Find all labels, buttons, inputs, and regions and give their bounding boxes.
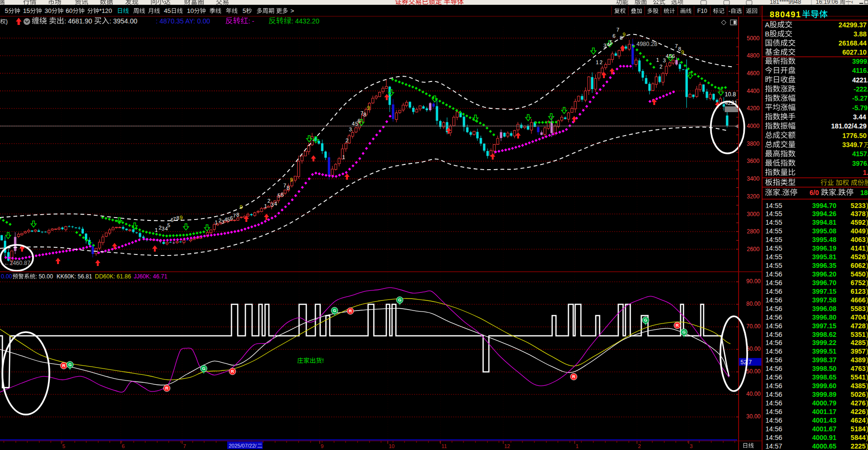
svg-text:): ) xyxy=(6,18,8,25)
svg-text:6123: 6123 xyxy=(851,288,866,295)
svg-text:): ) xyxy=(866,416,868,424)
svg-text:*120: *120 xyxy=(99,7,112,14)
svg-text:G: G xyxy=(68,362,71,367)
svg-text:2: 2 xyxy=(600,59,602,65)
svg-text:3200: 3200 xyxy=(747,193,760,200)
svg-text:4001.43: 4001.43 xyxy=(812,416,836,424)
svg-text:1.: 1. xyxy=(863,169,868,176)
svg-text:5844: 5844 xyxy=(851,434,866,441)
svg-text:3.44: 3.44 xyxy=(853,113,866,121)
svg-text:4141: 4141 xyxy=(851,244,866,252)
svg-text:14:56: 14:56 xyxy=(765,331,782,338)
svg-text:24299.37: 24299.37 xyxy=(839,21,867,29)
svg-text:): ) xyxy=(866,391,868,398)
svg-text:3800: 3800 xyxy=(747,140,760,147)
svg-text:30: 30 xyxy=(45,7,51,14)
svg-text:5541: 5541 xyxy=(851,373,866,381)
svg-text:14:56: 14:56 xyxy=(765,382,782,390)
svg-text:1: 1 xyxy=(342,154,345,160)
svg-text:8: 8 xyxy=(363,112,366,117)
svg-text:: 3954.00: : 3954.00 xyxy=(109,17,138,25)
svg-text:14:56: 14:56 xyxy=(765,305,782,312)
svg-text:7: 7 xyxy=(616,27,619,33)
svg-text:7: 7 xyxy=(283,183,286,188)
svg-text:-: - xyxy=(729,8,730,14)
svg-text:3998.62: 3998.62 xyxy=(812,331,836,338)
svg-text:4400: 4400 xyxy=(747,88,760,94)
svg-text:2800: 2800 xyxy=(747,228,760,235)
svg-text:14:55: 14:55 xyxy=(765,244,782,252)
svg-text:6: 6 xyxy=(613,33,615,39)
svg-text:14:55: 14:55 xyxy=(765,202,782,209)
svg-text:R: R xyxy=(349,309,352,313)
svg-text:1: 1 xyxy=(656,57,659,63)
svg-text:3996.08: 3996.08 xyxy=(812,305,836,312)
svg-text:.: . xyxy=(836,189,838,196)
svg-text:30.00: 30.00 xyxy=(746,413,761,420)
svg-text:6752: 6752 xyxy=(851,279,866,287)
svg-text:4226: 4226 xyxy=(851,408,866,415)
svg-text:4221.: 4221. xyxy=(852,76,868,84)
svg-text:): ) xyxy=(866,288,868,295)
svg-text:3000: 3000 xyxy=(747,211,760,218)
svg-text:): ) xyxy=(866,236,868,243)
svg-text:14:56: 14:56 xyxy=(765,408,782,415)
svg-text:): ) xyxy=(866,244,868,252)
svg-text:): ) xyxy=(866,296,868,304)
svg-text:2: 2 xyxy=(346,138,348,143)
svg-text:14:55: 14:55 xyxy=(765,262,782,269)
svg-text:R: R xyxy=(231,369,234,374)
svg-text:3998.50: 3998.50 xyxy=(812,365,836,372)
svg-text:14:56: 14:56 xyxy=(765,399,782,407)
svg-text:60.00: 60.00 xyxy=(746,346,761,352)
svg-text:14:56: 14:56 xyxy=(765,365,782,372)
svg-text:4389: 4389 xyxy=(851,356,866,364)
svg-text:4001.17: 4001.17 xyxy=(812,408,836,415)
svg-text:4276: 4276 xyxy=(851,399,866,407)
svg-text:6: 6 xyxy=(281,192,284,197)
svg-text:JJ60K: 46.71: JJ60K: 46.71 xyxy=(134,273,167,280)
svg-text:9: 9 xyxy=(240,204,243,210)
svg-text:): ) xyxy=(866,425,868,433)
svg-text:DD60K: 61.86: DD60K: 61.86 xyxy=(95,273,131,280)
svg-text:: 4432.20: : 4432.20 xyxy=(291,17,320,25)
svg-text:14:56: 14:56 xyxy=(765,296,782,304)
svg-text:3995.08: 3995.08 xyxy=(812,227,836,235)
svg-text:9: 9 xyxy=(180,215,183,220)
svg-text:): ) xyxy=(866,262,868,269)
svg-text:): ) xyxy=(866,365,868,372)
svg-text:50.00: 50.00 xyxy=(746,368,761,375)
svg-text:): ) xyxy=(866,442,868,450)
svg-text:5: 5 xyxy=(62,443,65,449)
svg-text:14:56: 14:56 xyxy=(765,322,782,330)
svg-text:B: B xyxy=(765,30,769,38)
svg-text:3998.65: 3998.65 xyxy=(812,373,836,381)
svg-text:): ) xyxy=(866,253,868,261)
svg-text:): ) xyxy=(866,270,868,278)
svg-text:): ) xyxy=(866,279,868,287)
svg-text:3996.70: 3996.70 xyxy=(812,279,836,287)
svg-text:3: 3 xyxy=(349,127,352,132)
svg-text:181.02/4.29: 181.02/4.29 xyxy=(831,122,867,130)
svg-text:2600: 2600 xyxy=(747,246,760,253)
svg-text:3996.35: 3996.35 xyxy=(812,262,836,269)
svg-text:): ) xyxy=(866,399,868,407)
svg-text:70.00: 70.00 xyxy=(746,323,761,330)
svg-text:): ) xyxy=(866,331,868,338)
svg-text:-5.79: -5.79 xyxy=(852,104,868,112)
svg-text:4000.91: 4000.91 xyxy=(812,434,836,441)
svg-text:9: 9 xyxy=(623,32,625,37)
svg-text:90.00: 90.00 xyxy=(746,278,761,285)
svg-text:2: 2 xyxy=(638,443,641,449)
svg-text:14:55: 14:55 xyxy=(765,253,782,261)
svg-text:4600: 4600 xyxy=(747,70,760,77)
svg-text:4157.: 4157. xyxy=(852,150,868,158)
svg-text:4000.65: 4000.65 xyxy=(812,442,836,450)
svg-text:12: 12 xyxy=(504,443,510,449)
svg-text:): ) xyxy=(866,210,868,218)
svg-text:5: 5 xyxy=(167,222,170,228)
svg-text:3994.70: 3994.70 xyxy=(812,202,836,209)
svg-text:>: > xyxy=(290,7,294,14)
svg-text:14:55: 14:55 xyxy=(765,236,782,243)
svg-text:4: 4 xyxy=(352,121,355,127)
